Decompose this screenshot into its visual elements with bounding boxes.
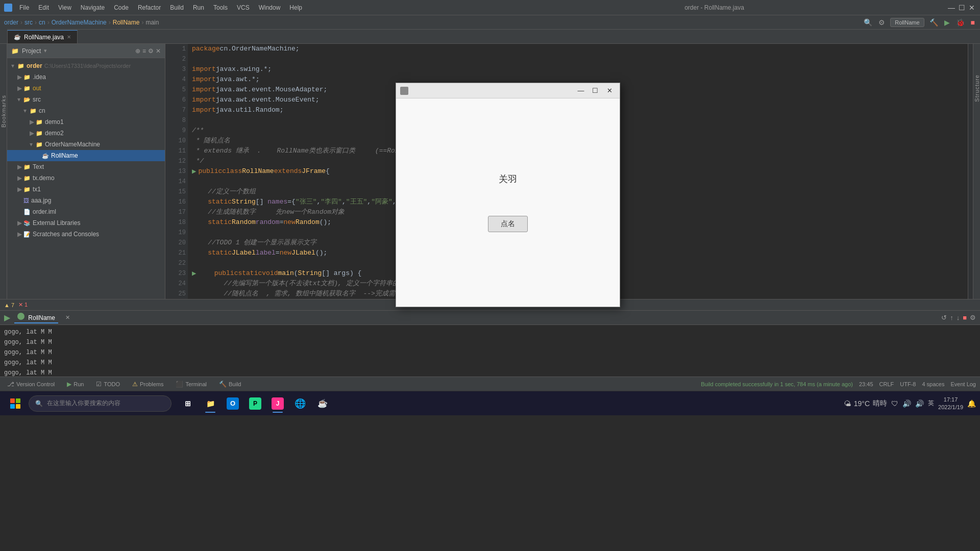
tree-item-external-libs[interactable]: ▶ 📚 External Libraries [7, 217, 165, 229]
taskbar-app-java[interactable]: ☕ [312, 393, 333, 414]
settings-icon[interactable]: ⚙ [877, 17, 886, 28]
tree-item-aaajpg[interactable]: 🖼 aaa.jpg [7, 195, 165, 206]
line-col-indicator[interactable]: 23:45 [859, 381, 873, 387]
close-button[interactable]: ✕ [968, 4, 976, 12]
search-icon[interactable]: 🔍 [863, 17, 873, 28]
menu-bar: File Edit View Navigate Code Refactor Bu… [15, 3, 481, 12]
float-displayed-name: 关羽 [499, 173, 517, 185]
footer-tab-terminal[interactable]: ⬛ Terminal [173, 380, 210, 389]
scroll-end-icon[interactable]: ↓ [957, 314, 960, 321]
menu-refactor[interactable]: Refactor [134, 3, 165, 12]
footer-tab-problems[interactable]: ⚠ Problems [129, 380, 166, 389]
tree-label-text: Text [33, 163, 44, 170]
restart-icon[interactable]: ↺ [941, 314, 947, 321]
explorer-icon: 📁 [204, 397, 216, 410]
lang-indicator[interactable]: 英 [928, 399, 934, 408]
menu-code[interactable]: Code [110, 3, 133, 12]
tree-item-src[interactable]: ▾ 📂 src [7, 94, 165, 105]
code-line-3: import javax.swing.*; [192, 64, 964, 74]
event-log[interactable]: Event Log [950, 381, 976, 387]
menu-run[interactable]: Run [189, 3, 208, 12]
add-icon[interactable]: ⊕ [135, 47, 140, 55]
float-maximize-button[interactable]: ☐ [589, 85, 601, 96]
menu-help[interactable]: Help [285, 3, 306, 12]
scroll-up-icon[interactable]: ↑ [950, 314, 953, 321]
maximize-button[interactable]: ☐ [958, 4, 966, 12]
run-tab-rollname[interactable]: RollName [14, 312, 58, 323]
menu-tools[interactable]: Tools [209, 3, 232, 12]
indent-indicator[interactable]: 4 spaces [922, 381, 944, 387]
menu-build[interactable]: Build [166, 3, 188, 12]
tree-item-demo1[interactable]: ▶ 📁 demo1 [7, 116, 165, 128]
tree-label-order: order [27, 62, 42, 69]
run-output-line: gogo, lat M M [4, 337, 976, 347]
tree-item-ordernamemachine[interactable]: ▾ 📁 OrderNameMachine [7, 139, 165, 150]
breadcrumb-cn[interactable]: cn [39, 19, 45, 26]
tree-item-order[interactable]: ▾ 📁 order C:\Users\17331\IdeaProjects\or… [7, 60, 165, 71]
project-title: Project [22, 47, 41, 55]
start-button[interactable] [4, 392, 27, 415]
tree-item-orderiml[interactable]: 📄 order.iml [7, 206, 165, 217]
breadcrumb-rollname[interactable]: RollName [113, 19, 140, 26]
taskbar-app-jetbrains[interactable]: J [267, 393, 288, 414]
tree-item-cn[interactable]: ▾ 📁 cn [7, 105, 165, 116]
breadcrumb-order[interactable]: order [4, 19, 18, 26]
bookmarks-label: Bookmarks [1, 95, 7, 128]
footer-tab-todo[interactable]: ☑ TODO [93, 380, 123, 389]
footer-tab-build[interactable]: 🔨 Build [216, 380, 244, 389]
footer-tab-run[interactable]: ▶ Run [64, 380, 87, 389]
stop-icon[interactable]: ■ [970, 17, 976, 28]
taskbar-search[interactable]: 🔍 在这里输入你要搜索的内容 [29, 395, 172, 412]
build-icon[interactable]: 🔨 [928, 17, 939, 28]
taskbar-app-explorer[interactable]: 📁 [200, 393, 220, 414]
float-close-button[interactable]: ✕ [603, 85, 616, 96]
gear-icon[interactable]: ⚙ [148, 47, 154, 55]
taskbar-app-outlook[interactable]: O [223, 393, 243, 414]
taskbar-app-taskview[interactable]: ⊞ [178, 393, 198, 414]
project-dropdown-icon[interactable]: ▾ [44, 47, 47, 54]
menu-view[interactable]: View [54, 3, 76, 12]
crlf-indicator[interactable]: CRLF [879, 381, 894, 387]
tree-item-tx1[interactable]: ▶ 📁 tx1 [7, 184, 165, 195]
tree-item-idea[interactable]: ▶ 📁 .idea [7, 71, 165, 83]
menu-vcs[interactable]: VCS [233, 3, 254, 12]
menu-window[interactable]: Window [255, 3, 285, 12]
tree-item-txdemo[interactable]: ▶ 📁 tx.demo [7, 172, 165, 184]
system-clock[interactable]: 17:17 2022/1/19 [938, 396, 963, 411]
tree-item-demo2[interactable]: ▶ 📁 demo2 [7, 128, 165, 139]
minimize-button[interactable]: — [947, 4, 955, 12]
run-tab-close[interactable]: ✕ [62, 313, 73, 322]
menu-edit[interactable]: Edit [34, 3, 53, 12]
stop-run-icon[interactable]: ■ [963, 314, 967, 321]
taskbar-app-pycharm[interactable]: P [245, 393, 265, 414]
tab-rollname[interactable]: ☕ RollName.java ✕ [7, 30, 78, 43]
tree-item-scratches[interactable]: ▶ 📝 Scratches and Consoles [7, 229, 165, 240]
footer-tab-vcs[interactable]: ⎇ Version Control [4, 380, 58, 389]
expand-arrow: ▶ [17, 163, 23, 170]
float-minimize-button[interactable]: — [575, 85, 587, 96]
close-panel-icon[interactable]: ✕ [156, 47, 161, 55]
debug-icon[interactable]: 🐞 [955, 17, 966, 28]
editor-scrollbar[interactable] [968, 44, 973, 299]
network-icon: 🔊 [902, 399, 911, 408]
collapse-icon[interactable]: ≡ [142, 47, 146, 55]
menu-navigate[interactable]: Navigate [77, 3, 109, 12]
breadcrumb-ordername[interactable]: OrderNameMachine [52, 19, 107, 26]
tree-item-rollname[interactable]: ☕ RollName [7, 150, 165, 161]
run-icon[interactable]: ▶ [943, 17, 951, 28]
weather-label: 晴時 [873, 399, 887, 408]
menu-file[interactable]: File [15, 3, 33, 12]
run-config[interactable]: RollName [890, 18, 924, 27]
charset-indicator[interactable]: UTF-8 [900, 381, 916, 387]
tab-close-button[interactable]: ✕ [67, 34, 71, 40]
window-title: order - RollName.java [481, 4, 947, 11]
float-roll-button[interactable]: 点名 [488, 216, 528, 232]
breadcrumb-main[interactable]: main [145, 19, 159, 26]
breadcrumb-src[interactable]: src [24, 19, 33, 26]
folder-icon: 📁 [23, 164, 31, 170]
tree-item-text[interactable]: ▶ 📁 Text [7, 161, 165, 172]
tree-item-out[interactable]: ▶ 📁 out [7, 83, 165, 94]
notification-icon[interactable]: 🔔 [967, 399, 976, 408]
taskbar-app-edge[interactable]: 🌐 [290, 393, 310, 414]
settings-run-icon[interactable]: ⚙ [970, 314, 976, 321]
